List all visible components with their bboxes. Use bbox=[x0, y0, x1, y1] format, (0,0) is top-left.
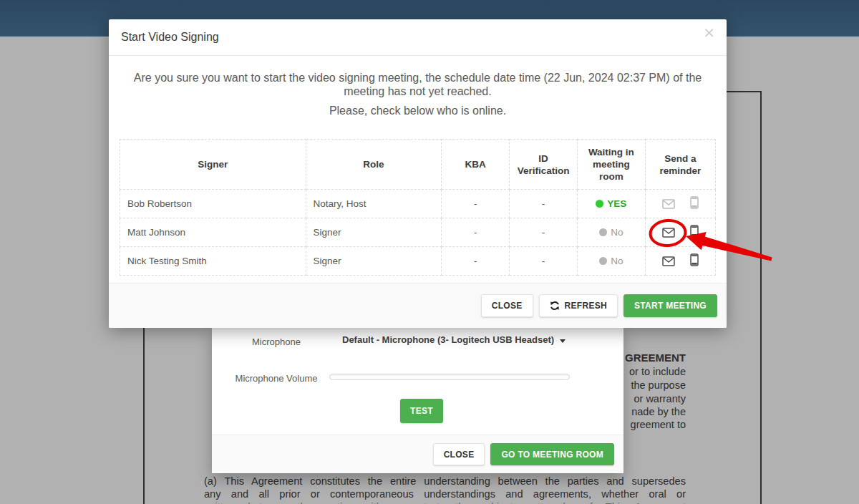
refresh-button[interactable]: REFRESH bbox=[539, 294, 618, 317]
document-paragraph-line: (a) This Agreement constitutes the entir… bbox=[204, 475, 686, 488]
email-reminder-icon[interactable] bbox=[662, 228, 675, 238]
table-header-row: Signer Role KBA ID Verification Waiting … bbox=[120, 140, 716, 190]
waiting-status-label: No bbox=[611, 227, 623, 238]
kba-value: - bbox=[442, 218, 510, 247]
document-heading-fragment: GREEMENT bbox=[625, 352, 686, 364]
document-text-fragment: nade by the bbox=[631, 406, 686, 417]
microphone-label: Microphone bbox=[212, 336, 341, 347]
document-text-fragment: or to include bbox=[629, 366, 686, 377]
document-paragraph-line: any and all prior or contemporaneous und… bbox=[204, 488, 686, 500]
waiting-status: YES bbox=[577, 190, 645, 218]
header-kba: KBA bbox=[442, 140, 510, 190]
email-reminder-icon[interactable] bbox=[662, 256, 675, 266]
modal-title: Start Video Signing bbox=[121, 31, 219, 44]
check-online-message: Please, check below who is online. bbox=[109, 105, 727, 117]
id-verification-value: - bbox=[510, 218, 578, 247]
confirmation-message-line: meeting has not yet reached. bbox=[109, 84, 727, 98]
modal-header: Start Video Signing × bbox=[109, 19, 727, 56]
confirmation-message-line: Are you sure you want to start the video… bbox=[109, 71, 727, 84]
microphone-selected-value: Default - Microphone (3- Logitech USB He… bbox=[342, 334, 554, 345]
waiting-status: No bbox=[577, 218, 645, 247]
waiting-status-label: YES bbox=[607, 198, 626, 209]
header-send-reminder: Send a reminder bbox=[645, 140, 715, 190]
close-button[interactable]: CLOSE bbox=[433, 443, 485, 465]
chevron-down-icon bbox=[560, 339, 566, 343]
header-waiting: Waiting in meeting room bbox=[577, 140, 645, 190]
reminder-actions bbox=[645, 247, 715, 276]
waiting-status: No bbox=[577, 247, 645, 276]
microphone-select[interactable]: Default - Microphone (3- Logitech USB He… bbox=[342, 333, 571, 349]
reminder-actions bbox=[645, 218, 715, 247]
close-icon[interactable]: × bbox=[703, 25, 715, 39]
header-signer: Signer bbox=[120, 140, 306, 190]
test-microphone-button[interactable]: TEST bbox=[400, 399, 443, 423]
kba-value: - bbox=[442, 190, 510, 218]
signer-name: Nick Testing Smith bbox=[120, 247, 306, 276]
start-video-signing-modal: Start Video Signing × Are you sure you w… bbox=[109, 19, 727, 328]
signer-role: Signer bbox=[306, 247, 442, 276]
offline-status-dot bbox=[599, 257, 607, 265]
go-to-meeting-room-button[interactable]: GO TO MEETING ROOM bbox=[490, 443, 614, 465]
sms-reminder-icon[interactable] bbox=[690, 253, 699, 266]
start-meeting-button[interactable]: START MEETING bbox=[623, 294, 717, 317]
confirmation-message: Are you sure you want to start the video… bbox=[109, 71, 727, 98]
document-paragraph-line: written, between the parties with respec… bbox=[204, 500, 686, 504]
signer-role: Signer bbox=[306, 218, 442, 247]
modal-footer: CLOSE REFRESH START MEETING bbox=[109, 283, 727, 328]
screen: GREEMENT or to include the purpose or wa… bbox=[0, 0, 859, 504]
refresh-icon bbox=[550, 301, 560, 311]
table-row: Bob Robertson Notary, Host - - YES bbox=[120, 190, 716, 218]
online-status-dot bbox=[596, 200, 603, 208]
waiting-status-label: No bbox=[611, 256, 623, 266]
id-verification-value: - bbox=[510, 247, 578, 276]
signer-name: Bob Robertson bbox=[120, 190, 306, 218]
refresh-button-label: REFRESH bbox=[565, 301, 607, 311]
id-verification-value: - bbox=[510, 190, 578, 218]
sms-reminder-icon[interactable] bbox=[690, 196, 699, 209]
email-reminder-icon[interactable] bbox=[662, 199, 675, 209]
close-button[interactable]: CLOSE bbox=[481, 294, 533, 317]
device-settings-dialog: Microphone Default - Microphone (3- Logi… bbox=[212, 328, 623, 473]
table-row: Nick Testing Smith Signer - - No bbox=[120, 247, 716, 276]
reminder-actions bbox=[645, 190, 715, 218]
signer-role: Notary, Host bbox=[306, 190, 442, 218]
header-role: Role bbox=[306, 140, 442, 190]
device-dialog-footer: CLOSE GO TO MEETING ROOM bbox=[212, 435, 623, 473]
table-row: Matt Johnson Signer - - No bbox=[120, 218, 716, 247]
document-border-right bbox=[760, 91, 762, 504]
document-text-fragment: or warranty bbox=[634, 393, 686, 404]
kba-value: - bbox=[442, 247, 510, 276]
document-paragraph: (a) This Agreement constitutes the entir… bbox=[204, 475, 686, 504]
offline-status-dot bbox=[599, 228, 607, 236]
document-text-fragment: the purpose bbox=[631, 379, 686, 391]
microphone-volume-meter[interactable] bbox=[329, 374, 570, 380]
sms-reminder-icon[interactable] bbox=[690, 225, 699, 238]
microphone-volume-label: Microphone Volume bbox=[212, 373, 341, 384]
document-text-fragment: greement to bbox=[631, 419, 686, 430]
header-id-verification: ID Verification bbox=[510, 140, 578, 190]
signer-name: Matt Johnson bbox=[120, 218, 306, 247]
signers-table: Signer Role KBA ID Verification Waiting … bbox=[120, 139, 716, 276]
